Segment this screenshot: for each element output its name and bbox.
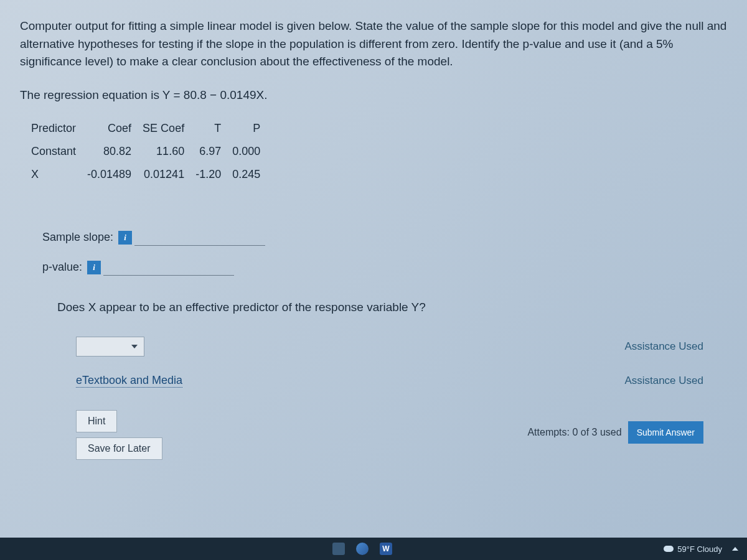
cell-p: 0.000 [232, 140, 271, 163]
cell-se: 0.01241 [143, 163, 195, 186]
table-row: X -0.01489 0.01241 -1.20 0.245 [31, 163, 271, 186]
col-predictor: Predictor [31, 117, 87, 140]
cell-t: 6.97 [195, 140, 232, 163]
p-value-input[interactable] [103, 259, 234, 276]
cell-coef: -0.01489 [87, 163, 143, 186]
col-t: T [195, 117, 232, 140]
cloud-icon [664, 546, 674, 552]
p-value-label: p-value: [42, 261, 82, 274]
table-header-row: Predictor Coef SE Coef T P [31, 117, 271, 140]
effectiveness-dropdown[interactable] [76, 337, 144, 357]
effectiveness-question: Does X appear to be an effective predict… [57, 301, 727, 314]
question-prompt: Computer output for fitting a simple lin… [20, 17, 727, 71]
weather-text: 59°F Cloudy [677, 544, 722, 554]
sample-slope-input[interactable] [134, 230, 265, 246]
submit-answer-button[interactable]: Submit Answer [628, 421, 703, 444]
cell-t: -1.20 [195, 163, 232, 186]
hint-button[interactable]: Hint [76, 410, 117, 432]
table-row: Constant 80.82 11.60 6.97 0.000 [31, 140, 271, 163]
cell-coef: 80.82 [87, 140, 143, 163]
save-for-later-button[interactable]: Save for Later [76, 437, 162, 460]
cell-predictor: Constant [31, 140, 87, 163]
windows-taskbar[interactable]: W 59°F Cloudy [0, 538, 747, 560]
regression-output-table: Predictor Coef SE Coef T P Constant 80.8… [31, 117, 271, 186]
equation-value: 80.8 − 0.0149X. [184, 88, 268, 101]
taskbar-app-icon[interactable] [332, 543, 345, 555]
col-secoef: SE Coef [143, 117, 195, 140]
cell-p: 0.245 [232, 163, 271, 186]
chevron-down-icon [131, 345, 138, 348]
cell-se: 11.60 [143, 140, 195, 163]
tray-caret-icon[interactable] [732, 547, 738, 551]
cell-predictor: X [31, 163, 87, 186]
assistance-used-label: Assistance Used [624, 375, 703, 387]
weather-widget[interactable]: 59°F Cloudy [664, 544, 738, 554]
assistance-used-label: Assistance Used [624, 340, 703, 353]
sample-slope-label: Sample slope: [42, 231, 113, 244]
equation-prefix: The regression equation is Y = [20, 88, 184, 101]
info-icon[interactable]: i [118, 231, 132, 245]
col-coef: Coef [87, 117, 143, 140]
etextbook-media-link[interactable]: eTextbook and Media [76, 374, 182, 388]
info-icon[interactable]: i [87, 261, 101, 274]
attempts-counter: Attempts: 0 of 3 used [527, 427, 621, 438]
taskbar-browser-icon[interactable] [356, 543, 369, 555]
regression-equation: The regression equation is Y = 80.8 − 0.… [20, 88, 727, 102]
taskbar-word-icon[interactable]: W [380, 543, 392, 555]
col-p: P [232, 117, 271, 140]
